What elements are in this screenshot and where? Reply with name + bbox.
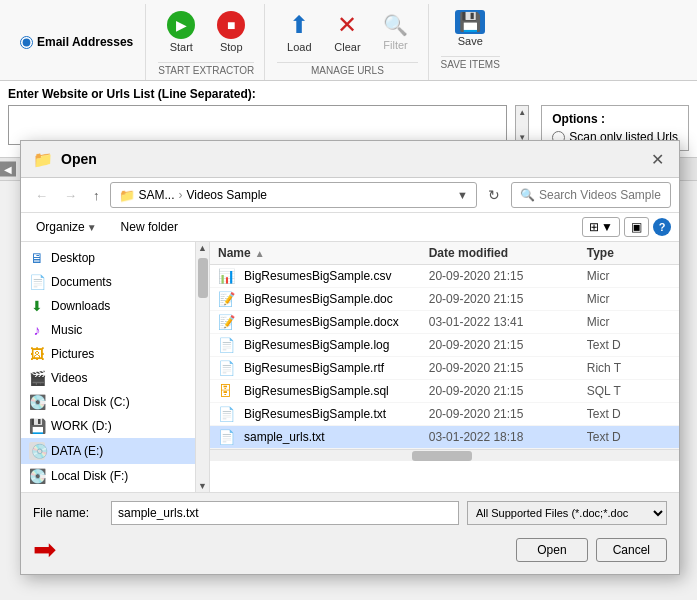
search-input[interactable] bbox=[539, 188, 689, 202]
clear-icon: ✕ bbox=[337, 11, 357, 39]
file-row-sample-urls[interactable]: 📄 sample_urls.txt 03-01-2022 18:18 Text … bbox=[210, 426, 679, 449]
music-icon: ♪ bbox=[29, 322, 45, 338]
email-addresses-radio[interactable]: Email Addresses bbox=[20, 35, 133, 49]
log-icon: 📄 bbox=[218, 337, 238, 353]
file-date-sql: 20-09-2020 21:15 bbox=[429, 384, 587, 398]
breadcrumb-folder-icon: 📁 bbox=[119, 188, 135, 203]
breadcrumb-dropdown-button[interactable]: ▼ bbox=[457, 189, 468, 201]
sidebar-item-pictures[interactable]: 🖼 Pictures bbox=[21, 342, 195, 366]
sidebar-item-desktop[interactable]: 🖥 Desktop bbox=[21, 246, 195, 270]
pictures-icon: 🖼 bbox=[29, 346, 45, 362]
url-scrollbar[interactable]: ▲ ▼ bbox=[515, 105, 529, 145]
txt-icon: 📄 bbox=[218, 406, 238, 422]
view-list-icon: ⊞ bbox=[589, 220, 599, 234]
file-row-sql[interactable]: 🗄 BigResumesBigSample.sql 20-09-2020 21:… bbox=[210, 380, 679, 403]
sidebar-scroll-up: ▲ bbox=[198, 243, 207, 253]
sidebar-item-music[interactable]: ♪ Music bbox=[21, 318, 195, 342]
sidebar-item-work-d[interactable]: 💾 WORK (D:) bbox=[21, 414, 195, 438]
file-row-docx[interactable]: 📝 BigResumesBigSample.docx 03-01-2022 13… bbox=[210, 311, 679, 334]
sidebar-scroll-thumb bbox=[198, 258, 208, 298]
sidebar-scroll-down: ▼ bbox=[198, 481, 207, 491]
cancel-button[interactable]: Cancel bbox=[596, 538, 667, 562]
file-row-txt[interactable]: 📄 BigResumesBigSample.txt 20-09-2020 21:… bbox=[210, 403, 679, 426]
filter-button[interactable]: 🔍 Filter bbox=[374, 8, 418, 56]
save-icon: 💾 bbox=[455, 11, 485, 33]
red-arrow-icon: ➡ bbox=[33, 533, 56, 566]
col-date-header[interactable]: Date modified bbox=[429, 246, 587, 260]
file-row-log[interactable]: 📄 BigResumesBigSample.log 20-09-2020 21:… bbox=[210, 334, 679, 357]
filename-input[interactable] bbox=[111, 501, 459, 525]
new-folder-button[interactable]: New folder bbox=[112, 217, 187, 237]
sql-icon: 🗄 bbox=[218, 383, 238, 399]
nav-back-button[interactable]: ← bbox=[29, 185, 54, 206]
view-dropdown-icon: ▼ bbox=[601, 220, 613, 234]
file-row-doc[interactable]: 📝 BigResumesBigSample.doc 20-09-2020 21:… bbox=[210, 288, 679, 311]
open-button[interactable]: Open bbox=[516, 538, 587, 562]
file-date-docx: 03-01-2022 13:41 bbox=[429, 315, 587, 329]
sidebar-label-local-c: Local Disk (C:) bbox=[51, 395, 130, 409]
url-textarea[interactable] bbox=[8, 105, 507, 145]
sidebar-item-data-e[interactable]: 💿 DATA (E:) bbox=[21, 438, 195, 464]
dialog-bottom: File name: All Supported Files (*.doc;*.… bbox=[21, 492, 679, 574]
email-addresses-label: Email Addresses bbox=[37, 35, 133, 49]
organize-button[interactable]: Organize ▼ bbox=[29, 217, 104, 237]
breadcrumb: 📁 SAM... › Videos Sample ▼ bbox=[110, 182, 478, 208]
file-list-scrollbar-h[interactable] bbox=[210, 449, 679, 461]
sidebar-item-local-f[interactable]: 💽 Local Disk (F:) bbox=[21, 464, 195, 488]
preview-icon: ▣ bbox=[631, 220, 642, 234]
sidebar: 🖥 Desktop 📄 Documents ⬇ Downloads ♪ Musi… bbox=[21, 242, 196, 492]
col-name-header[interactable]: Name ▲ bbox=[218, 246, 429, 260]
file-list-header: Name ▲ Date modified Type bbox=[210, 242, 679, 265]
save-button[interactable]: 💾 Save bbox=[446, 6, 494, 52]
file-date-doc: 20-09-2020 21:15 bbox=[429, 292, 587, 306]
sidebar-label-downloads: Downloads bbox=[51, 299, 110, 313]
sort-arrow-icon: ▲ bbox=[255, 248, 265, 259]
sidebar-label-videos: Videos bbox=[51, 371, 87, 385]
documents-icon: 📄 bbox=[29, 274, 45, 290]
dialog-close-button[interactable]: ✕ bbox=[647, 149, 667, 169]
help-button[interactable]: ? bbox=[653, 218, 671, 236]
sidebar-item-documents[interactable]: 📄 Documents bbox=[21, 270, 195, 294]
nav-forward-button[interactable]: → bbox=[58, 185, 83, 206]
desktop-icon: 🖥 bbox=[29, 250, 45, 266]
sidebar-label-desktop: Desktop bbox=[51, 251, 95, 265]
sidebar-item-local-c[interactable]: 💽 Local Disk (C:) bbox=[21, 390, 195, 414]
start-button[interactable]: ▶ Start bbox=[158, 6, 204, 58]
filetype-select[interactable]: All Supported Files (*.doc;*.doc bbox=[467, 501, 667, 525]
file-date-log: 20-09-2020 21:15 bbox=[429, 338, 587, 352]
downloads-icon: ⬇ bbox=[29, 298, 45, 314]
sidebar-scrollbar[interactable]: ▲ ▼ bbox=[196, 242, 210, 492]
dialog-folder-icon: 📁 bbox=[33, 150, 53, 169]
file-type-docx: Micr bbox=[587, 315, 671, 329]
stop-button[interactable]: ■ Stop bbox=[208, 6, 254, 58]
clear-button[interactable]: ✕ Clear bbox=[325, 6, 369, 58]
arrow-hint: ➡ bbox=[33, 533, 508, 566]
drive-f-icon: 💽 bbox=[29, 468, 45, 484]
sidebar-label-music: Music bbox=[51, 323, 82, 337]
file-date-rtf: 20-09-2020 21:15 bbox=[429, 361, 587, 375]
new-folder-label: New folder bbox=[121, 220, 178, 234]
csv-icon: 📊 bbox=[218, 268, 238, 284]
file-name-csv: BigResumesBigSample.csv bbox=[244, 269, 391, 283]
sidebar-item-videos[interactable]: 🎬 Videos bbox=[21, 366, 195, 390]
view-list-button[interactable]: ⊞ ▼ bbox=[582, 217, 620, 237]
file-row-csv[interactable]: 📊 BigResumesBigSample.csv 20-09-2020 21:… bbox=[210, 265, 679, 288]
videos-icon: 🎬 bbox=[29, 370, 45, 386]
file-name-doc: BigResumesBigSample.doc bbox=[244, 292, 393, 306]
file-type-sql: SQL T bbox=[587, 384, 671, 398]
sidebar-item-downloads[interactable]: ⬇ Downloads bbox=[21, 294, 195, 318]
file-name-sample-urls: sample_urls.txt bbox=[244, 430, 325, 444]
nav-up-button[interactable]: ↑ bbox=[87, 185, 106, 206]
col-type-header[interactable]: Type bbox=[587, 246, 671, 260]
sample-urls-icon: 📄 bbox=[218, 429, 238, 445]
main-toolbar: Email Addresses ▶ Start ■ Stop START EXT… bbox=[0, 0, 697, 81]
load-button[interactable]: ⬆ Load bbox=[277, 6, 321, 58]
file-name-sql: BigResumesBigSample.sql bbox=[244, 384, 389, 398]
view-preview-button[interactable]: ▣ bbox=[624, 217, 649, 237]
file-type-log: Text D bbox=[587, 338, 671, 352]
organize-label: Organize bbox=[36, 220, 85, 234]
nav-refresh-button[interactable]: ↻ bbox=[481, 184, 507, 206]
file-list: Name ▲ Date modified Type 📊 BigResumesBi… bbox=[210, 242, 679, 492]
file-row-rtf[interactable]: 📄 BigResumesBigSample.rtf 20-09-2020 21:… bbox=[210, 357, 679, 380]
file-name-docx: BigResumesBigSample.docx bbox=[244, 315, 399, 329]
